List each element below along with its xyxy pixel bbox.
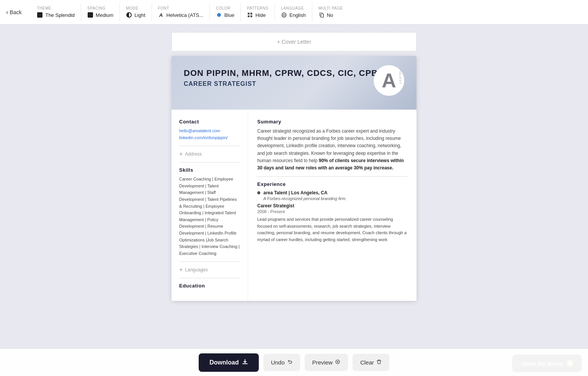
logo-watermark: TALENT (399, 70, 402, 85)
chevron-left-icon: ‹ (6, 9, 8, 16)
multipage-value: No (327, 12, 333, 18)
contact-section-title: Contact (179, 119, 240, 125)
exp-role: Career Strategist (257, 203, 407, 209)
mode-label: MODE (126, 6, 138, 10)
theme-value: The Splendid (45, 12, 75, 18)
svg-point-7 (337, 361, 338, 363)
clear-label: Clear (360, 359, 374, 366)
theme-value-container: The Splendid (37, 12, 75, 18)
patterns-icon (247, 12, 253, 18)
languages-label: Languages (185, 267, 207, 273)
spacing-icon (87, 12, 93, 18)
patterns-value-container: Hide (247, 12, 266, 18)
cover-letter-strip[interactable]: + Cover Letter (172, 32, 416, 51)
multipage-option[interactable]: MULTI PAGE No (312, 3, 349, 21)
top-navigation-bar: ‹ Back THEME The Splendid SPACING Medium… (0, 0, 588, 25)
theme-option[interactable]: THEME The Splendid (31, 3, 81, 21)
preview-label: Preview (312, 359, 333, 366)
exp-company-name: area Talent | Los Angeles, CA (263, 190, 327, 195)
exp-description: Lead programs and services that provide … (257, 216, 407, 243)
preview-button[interactable]: Preview (305, 354, 348, 371)
experience-section-title: Experience (257, 181, 407, 187)
divider-1 (179, 146, 240, 146)
language-label: LANGUAGE (281, 6, 304, 10)
exp-company: area Talent | Los Angeles, CA (257, 190, 407, 195)
font-value: Helvetica (ATS... (167, 12, 204, 18)
contact-email[interactable]: hello@areatalent.com (179, 128, 240, 135)
patterns-label: PATTERNS (247, 6, 268, 10)
language-globe-icon (281, 12, 287, 18)
spacing-option[interactable]: SPACING Medium (81, 3, 120, 21)
preview-icon (335, 359, 340, 366)
bottom-toolbar: Download Undo Preview Clear (0, 348, 588, 376)
divider-3 (179, 261, 240, 262)
contact-linkedin[interactable]: linkedin.com/in/donpippin/ (179, 135, 240, 141)
back-label: Back (10, 9, 21, 15)
spacing-value: Medium (96, 12, 113, 18)
skills-section: Skills Career Coaching | Employee Develo… (179, 167, 240, 257)
add-address-btn[interactable]: + Address (179, 151, 240, 158)
multipage-label: MULTI PAGE (318, 6, 343, 10)
color-value: Blue (224, 12, 234, 18)
font-icon: A (158, 12, 164, 18)
font-value-container: A Helvetica (ATS... (158, 12, 204, 18)
resume-body: Contact hello@areatalent.com linkedin.co… (172, 110, 416, 301)
trash-icon (376, 359, 382, 366)
logo-letter: A (382, 71, 396, 90)
divider-4 (179, 278, 240, 278)
resume-left-column: Contact hello@areatalent.com linkedin.co… (172, 110, 248, 301)
exp-dot-icon (257, 191, 260, 194)
address-label: Address (185, 151, 202, 157)
download-button[interactable]: Download (199, 353, 258, 372)
mode-value: Light (134, 12, 145, 18)
education-section-stub: Education (179, 283, 240, 289)
clear-button[interactable]: Clear (353, 354, 389, 371)
resume-name: DON PIPPIN, MHRM, CPRW, CDCS, CIC, CPBS (184, 68, 404, 78)
color-value-container: Blue (216, 12, 234, 18)
multipage-value-container: No (318, 12, 333, 18)
resume-header: DON PIPPIN, MHRM, CPRW, CDCS, CIC, CPBS … (172, 56, 416, 110)
mode-icon (126, 12, 132, 18)
undo-button[interactable]: Undo (263, 354, 300, 371)
education-label: Education (179, 283, 240, 289)
back-button[interactable]: ‹ Back (6, 9, 21, 16)
plus-icon: + (179, 151, 183, 158)
skills-text: Career Coaching | Employee Development |… (179, 176, 240, 257)
theme-label: THEME (37, 6, 51, 10)
patterns-value: Hide (255, 12, 266, 18)
font-option[interactable]: FONT A Helvetica (ATS... (152, 3, 210, 21)
resume-card: DON PIPPIN, MHRM, CPRW, CDCS, CIC, CPBS … (172, 56, 416, 301)
multipage-icon (318, 12, 325, 18)
language-option[interactable]: LANGUAGE English (275, 3, 312, 21)
svg-rect-4 (321, 14, 323, 17)
summary-section-title: Summary (257, 119, 407, 125)
mode-value-container: Light (126, 12, 145, 18)
exp-dates: 2008 - Present (257, 209, 407, 214)
contact-section: Contact hello@areatalent.com linkedin.co… (179, 119, 240, 141)
mode-option[interactable]: MODE Light (120, 3, 152, 21)
divider-5 (257, 176, 407, 177)
color-label: COLOR (216, 6, 230, 10)
language-value-container: English (281, 12, 306, 18)
exp-company-desc: A Forbes-recognized personal branding fi… (263, 196, 407, 201)
add-languages-btn[interactable]: + Languages (179, 266, 240, 273)
divider-2 (179, 162, 240, 163)
job-item: area Talent | Los Angeles, CA A Forbes-r… (257, 190, 407, 243)
summary-text: Career strategist recognized as a Forbes… (257, 128, 407, 172)
resume-right-column: Summary Career strategist recognized as … (248, 110, 416, 301)
spacing-label: SPACING (87, 6, 106, 10)
color-dot-icon (216, 12, 222, 18)
theme-icon (37, 12, 43, 18)
main-content: + Cover Letter DON PIPPIN, MHRM, CPRW, C… (0, 25, 588, 339)
nav-options: THEME The Splendid SPACING Medium MODE L… (31, 3, 582, 21)
font-label: FONT (158, 6, 169, 10)
language-value: English (289, 12, 306, 18)
skills-section-title: Skills (179, 167, 240, 173)
download-icon (242, 359, 248, 366)
spacing-value-container: Medium (87, 12, 113, 18)
patterns-option[interactable]: PATTERNS Hide (241, 3, 275, 21)
cover-letter-label: + Cover Letter (277, 39, 311, 45)
download-label: Download (209, 359, 238, 366)
color-option[interactable]: COLOR Blue (210, 3, 241, 21)
plus-icon-2: + (179, 266, 183, 273)
